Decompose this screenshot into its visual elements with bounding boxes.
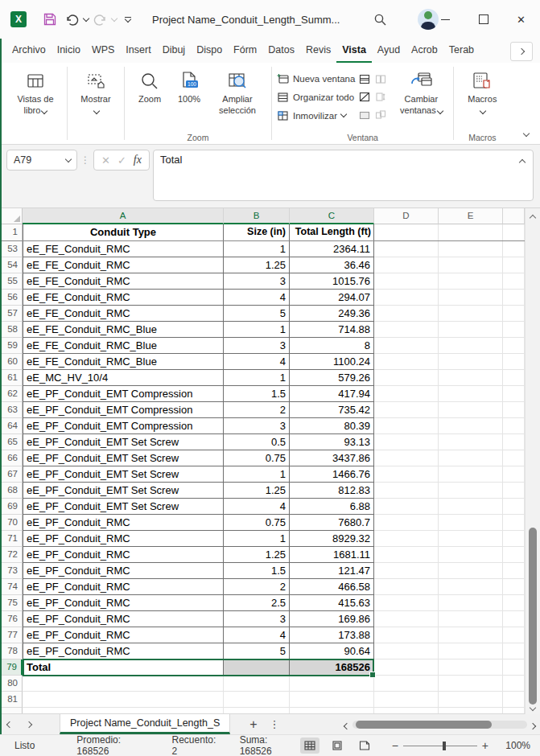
cancel-icon[interactable]: ✕ — [101, 154, 110, 166]
cell-conduit-type[interactable]: eE_FE_Conduit_RMC_Blue — [23, 354, 224, 370]
cell[interactable] — [439, 402, 503, 418]
cell[interactable] — [439, 257, 503, 273]
cell-conduit-type[interactable]: eE_PF_Conduit_RMC — [23, 627, 224, 643]
hide-window-icon[interactable] — [357, 88, 373, 105]
cell[interactable] — [439, 692, 503, 708]
name-box[interactable]: A79 — [6, 150, 77, 171]
cell-total-length[interactable]: 8 — [290, 338, 374, 354]
enter-icon[interactable]: ✓ — [117, 154, 126, 166]
cell[interactable] — [503, 579, 525, 595]
cell-total-length[interactable]: 2364.11 — [290, 241, 374, 257]
cell-conduit-type[interactable] — [23, 692, 224, 708]
cell[interactable] — [503, 241, 525, 257]
search-icon[interactable] — [373, 13, 387, 27]
row-header-1[interactable]: 1 — [0, 224, 23, 240]
cell-size[interactable]: 1 — [224, 322, 290, 338]
vertical-scrollbar-thumb[interactable] — [529, 528, 537, 705]
row-header-78[interactable]: 78 — [0, 643, 23, 659]
close-button[interactable]: ✕ — [502, 0, 540, 39]
menu-tab-dispo[interactable]: Dispo — [191, 39, 228, 63]
cell-size[interactable]: 4 — [224, 499, 290, 515]
cell-total-length[interactable] — [290, 692, 374, 708]
cell-size[interactable]: 2 — [224, 579, 290, 595]
row-header-80[interactable]: 80 — [0, 676, 23, 692]
normal-view-icon[interactable] — [300, 738, 319, 754]
vertical-scrollbar[interactable] — [525, 208, 540, 714]
cell-size[interactable]: 4 — [224, 354, 290, 370]
excel-app-icon[interactable]: X — [10, 11, 27, 27]
cell-total-length[interactable]: 3437.86 — [290, 450, 374, 466]
cell[interactable] — [503, 402, 525, 418]
row-header-61[interactable]: 61 — [0, 370, 23, 386]
cell[interactable] — [374, 241, 439, 257]
cell-conduit-type[interactable]: eE_FE_Conduit_RMC — [23, 306, 224, 322]
cell-conduit-type[interactable]: eE_PF_Conduit_EMT Set Screw — [23, 499, 224, 515]
next-sheet-icon[interactable] — [19, 714, 39, 734]
cell-size[interactable]: 3 — [224, 338, 290, 354]
cell-total-length[interactable]: 579.26 — [290, 370, 374, 386]
cell-total-length[interactable]: 6.88 — [290, 499, 374, 515]
zoom-slider-track[interactable] — [403, 746, 477, 746]
cell-conduit-type[interactable]: eE_PF_Conduit_EMT Compression — [23, 386, 224, 402]
cell[interactable] — [374, 273, 439, 290]
cell-conduit-type[interactable]: eE_PF_Conduit_RMC — [23, 515, 224, 531]
row-header-73[interactable]: 73 — [0, 563, 23, 579]
cell[interactable] — [439, 466, 503, 483]
cell-size[interactable]: 2.5 — [224, 595, 290, 611]
row-header-76[interactable]: 76 — [0, 611, 23, 627]
row-header-72[interactable]: 72 — [0, 547, 23, 563]
menu-tab-vista[interactable]: Vista — [336, 39, 372, 63]
row-header-81[interactable]: 81 — [0, 692, 23, 708]
cell-b1[interactable]: Size (in) — [224, 224, 290, 240]
cell[interactable] — [503, 354, 525, 370]
cell-total-length[interactable]: 249.36 — [290, 306, 374, 322]
menu-tab-wps[interactable]: WPS — [86, 39, 120, 63]
minimize-button[interactable] — [427, 0, 464, 39]
row-header-55[interactable]: 55 — [0, 273, 23, 290]
row-header-53[interactable]: 53 — [0, 241, 23, 257]
cell[interactable] — [503, 659, 525, 676]
cell[interactable] — [439, 611, 503, 627]
cell[interactable] — [439, 418, 503, 434]
cell-size[interactable]: 3 — [224, 418, 290, 434]
cell[interactable] — [374, 450, 439, 466]
cell-total-length[interactable]: 90.64 — [290, 643, 374, 659]
cell-size[interactable]: 4 — [224, 627, 290, 643]
row-header-59[interactable]: 59 — [0, 338, 23, 354]
row-header-69[interactable]: 69 — [0, 499, 23, 515]
cell-total-length[interactable]: 294.07 — [290, 290, 374, 306]
cell[interactable] — [503, 499, 525, 515]
cell-total-length[interactable]: 735.42 — [290, 402, 374, 418]
cell-conduit-type[interactable]: eE_PF_Conduit_EMT Set Screw — [23, 466, 224, 483]
cell[interactable] — [503, 627, 525, 643]
mostrar-button[interactable]: Mostrar — [72, 66, 119, 119]
cell-size[interactable]: 2 — [224, 402, 290, 418]
cell-size[interactable] — [224, 692, 290, 708]
cell[interactable] — [374, 418, 439, 434]
cell-conduit-type[interactable]: eE_FE_Conduit_RMC — [23, 241, 224, 257]
active-cell-a79[interactable]: Total — [23, 659, 224, 676]
cell[interactable] — [439, 499, 503, 515]
row-header-79[interactable]: 79 — [0, 659, 23, 676]
cell-total-length[interactable]: 169.86 — [290, 611, 374, 627]
zoom-slider-thumb[interactable] — [443, 742, 446, 750]
cell[interactable] — [374, 611, 439, 627]
menu-tab-acrob[interactable]: Acrob — [406, 39, 443, 63]
cell-size[interactable]: 1 — [224, 466, 290, 483]
cell[interactable] — [439, 563, 503, 579]
cell-total-length[interactable]: 1466.76 — [290, 466, 374, 483]
cell[interactable] — [374, 643, 439, 659]
select-all-corner[interactable] — [0, 208, 23, 224]
cell[interactable] — [439, 579, 503, 595]
menu-tab-terab[interactable]: Terab — [443, 39, 480, 63]
cell-conduit-type[interactable]: eE_PF_Conduit_RMC — [23, 611, 224, 627]
cell-conduit-type[interactable]: eE_PF_Conduit_EMT Set Screw — [23, 450, 224, 466]
cell[interactable] — [374, 322, 439, 338]
nueva-ventana-button[interactable]: Nueva ventana — [277, 70, 355, 87]
row-header-57[interactable]: 57 — [0, 306, 23, 322]
cell[interactable] — [503, 643, 525, 659]
cell[interactable] — [439, 643, 503, 659]
cell[interactable] — [503, 370, 525, 386]
cell-total-length[interactable]: 417.94 — [290, 386, 374, 402]
cell-conduit-type[interactable]: eE_FE_Conduit_RMC_Blue — [23, 338, 224, 354]
